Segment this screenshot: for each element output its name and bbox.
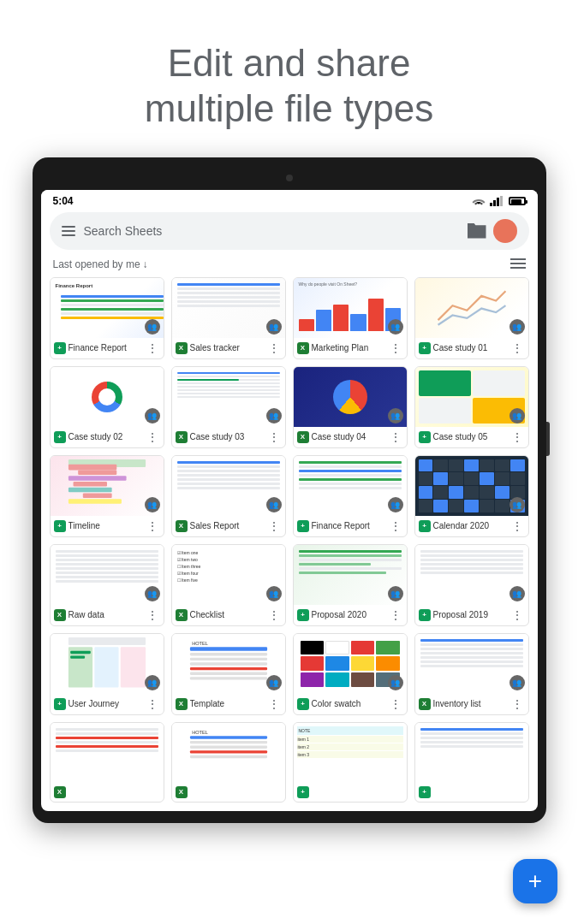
file-card-checklist[interactable]: ☑ Item one ☑ Item two ☐ Item three ☑ Ite… [171, 544, 286, 626]
svg-rect-27 [189, 736, 266, 738]
more-options-btn[interactable]: ⋮ [145, 697, 160, 711]
svg-rect-17 [70, 655, 85, 658]
svg-rect-5 [68, 464, 116, 470]
excel-icon: X [176, 786, 188, 798]
excel-icon: X [297, 342, 309, 354]
more-options-btn[interactable]: ⋮ [509, 519, 525, 533]
file-card-finance-report[interactable]: Finance Report + Finance R [50, 277, 164, 359]
folder-icon[interactable] [468, 223, 486, 239]
more-options-btn[interactable]: ⋮ [145, 430, 160, 444]
sheets-icon: + [419, 520, 431, 532]
file-name: Timeline [69, 521, 142, 530]
shared-icon [266, 408, 282, 424]
shared-icon [266, 586, 282, 601]
file-card-row6a[interactable]: X [50, 722, 164, 803]
shared-icon [509, 408, 525, 424]
shared-icon [145, 586, 160, 601]
more-options-btn[interactable]: ⋮ [388, 697, 403, 711]
file-name: Case study 04 [312, 432, 385, 441]
more-options-btn[interactable]: ⋮ [388, 430, 403, 444]
svg-text:HOTEL: HOTEL [192, 730, 208, 735]
svg-rect-25 [189, 677, 266, 679]
file-card-timeline[interactable]: + Timeline ⋮ [50, 455, 164, 537]
svg-rect-24 [189, 672, 266, 674]
more-options-btn[interactable]: ⋮ [266, 697, 282, 711]
search-bar[interactable]: Search Sheets [50, 212, 529, 250]
more-options-btn[interactable]: ⋮ [266, 430, 282, 444]
more-options-btn[interactable]: ⋮ [509, 697, 525, 711]
shared-icon [388, 497, 403, 512]
file-card-calendar[interactable]: + Calendar 2020 ⋮ [414, 455, 529, 537]
more-options-btn[interactable]: ⋮ [388, 519, 403, 533]
search-input[interactable]: Search Sheets [84, 224, 459, 238]
file-card-case01[interactable]: + Case study 01 ⋮ [414, 277, 529, 359]
file-card-row6c[interactable]: NOTE item 1 item 2 item 3 + [293, 722, 408, 803]
svg-rect-9 [68, 487, 111, 492]
file-card-sales-tracker[interactable]: X Sales tracker ⋮ [171, 277, 286, 359]
shared-icon [266, 497, 282, 512]
sort-label[interactable]: Last opened by me ↓ [53, 258, 148, 270]
file-card-marketing-plan[interactable]: Why do people visit On Sheet? X Marketin… [293, 277, 408, 359]
file-card-colorswatch[interactable]: + Color swatch ⋮ [293, 633, 408, 715]
file-card-proposal2020[interactable]: + Proposal 2020 ⋮ [293, 544, 408, 626]
more-options-btn[interactable]: ⋮ [145, 519, 160, 533]
more-options-btn[interactable]: ⋮ [388, 608, 403, 622]
file-card-sales-report[interactable]: X Sales Report ⋮ [171, 455, 286, 537]
file-name: Checklist [190, 610, 264, 619]
file-card-proposal2019[interactable]: + Proposal 2019 ⋮ [414, 544, 529, 626]
more-options-btn[interactable]: ⋮ [509, 430, 525, 444]
avatar[interactable] [493, 219, 517, 243]
file-name: Inventory list [433, 699, 507, 708]
more-options-btn[interactable]: ⋮ [266, 519, 282, 533]
file-card-case02[interactable]: + Case study 02 ⋮ [50, 366, 164, 448]
file-card-rawdata[interactable]: X Raw data ⋮ [50, 544, 164, 626]
svg-rect-6 [78, 470, 116, 475]
svg-rect-31 [189, 755, 266, 757]
wifi-icon [471, 196, 486, 206]
tablet-shell: 5:04 [33, 157, 546, 823]
fab-new-file[interactable]: + [513, 859, 557, 903]
svg-rect-16 [70, 650, 91, 653]
file-card-template[interactable]: HOTEL X Template [171, 633, 286, 715]
list-view-toggle[interactable] [510, 258, 526, 270]
sheets-icon: + [297, 520, 309, 532]
file-name: Case study 02 [69, 432, 142, 441]
sheets-icon: + [419, 431, 431, 443]
more-options-btn[interactable]: ⋮ [509, 608, 525, 622]
file-name: Marketing Plan [312, 343, 385, 352]
more-options-btn[interactable]: ⋮ [266, 608, 282, 622]
shared-icon [388, 586, 403, 601]
file-card-finance-report2[interactable]: + Finance Report ⋮ [293, 455, 408, 537]
hamburger-menu[interactable] [62, 226, 75, 236]
tablet-camera [41, 169, 538, 185]
excel-icon: X [297, 431, 309, 443]
file-card-case04[interactable]: X Case study 04 ⋮ [293, 366, 408, 448]
sheets-icon: + [54, 698, 66, 710]
more-options-btn[interactable]: ⋮ [509, 341, 525, 355]
more-options-btn[interactable]: ⋮ [145, 341, 160, 355]
more-options-btn[interactable]: ⋮ [145, 608, 160, 622]
file-name: Finance Report [69, 343, 142, 352]
file-card-userjourney[interactable]: + User Journey ⋮ [50, 633, 164, 715]
pie-chart [333, 380, 367, 414]
excel-icon: X [176, 520, 188, 532]
sheets-icon: + [297, 609, 309, 621]
svg-rect-28 [189, 741, 266, 743]
shared-icon [145, 497, 160, 512]
more-options-btn[interactable]: ⋮ [266, 341, 282, 355]
file-card-row6b[interactable]: HOTEL X [171, 722, 286, 803]
svg-rect-20 [189, 653, 266, 655]
file-name: Proposal 2020 [312, 610, 385, 619]
shared-icon [145, 675, 160, 690]
file-card-case05[interactable]: + Case study 05 ⋮ [414, 366, 529, 448]
file-card-row6d[interactable]: + [414, 722, 529, 803]
sort-bar: Last opened by me ↓ [41, 257, 538, 277]
sheets-icon: + [297, 698, 309, 710]
svg-rect-29 [189, 745, 266, 748]
more-options-btn[interactable]: ⋮ [388, 341, 403, 355]
file-card-inventory[interactable]: X Inventory list ⋮ [414, 633, 529, 715]
shared-icon [388, 319, 403, 335]
file-card-case03[interactable]: X Case study 03 ⋮ [171, 366, 286, 448]
file-name: Color swatch [312, 699, 385, 708]
hero-title: Edit and share multiple file types [51, 41, 527, 132]
